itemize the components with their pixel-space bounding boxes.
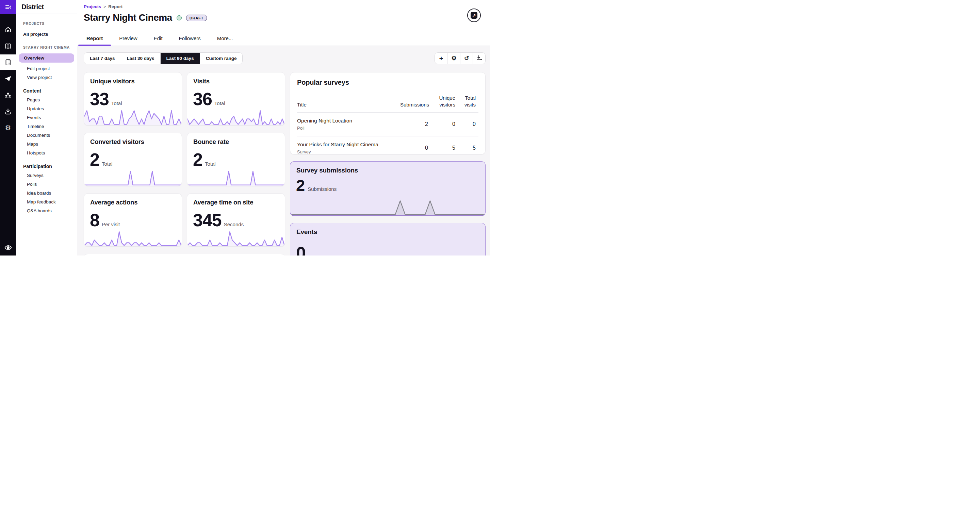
report-content: Last 7 days Last 30 days Last 90 days Cu… <box>77 46 490 256</box>
sidebar-item-idea-boards[interactable]: Idea boards <box>16 188 77 197</box>
table-row[interactable]: Opening Night Location Poll 2 0 0 <box>297 113 479 137</box>
sidebar-item-overview[interactable]: Overview <box>19 53 74 63</box>
card-title: Visits <box>193 78 279 85</box>
download-tray-icon <box>4 108 12 115</box>
download-report-button[interactable] <box>473 53 485 64</box>
report-settings-button[interactable]: ⚙ <box>447 53 460 64</box>
tab-report[interactable]: Report <box>78 35 111 46</box>
breadcrumb-projects-link[interactable]: Projects <box>84 4 101 9</box>
rail-item-reports[interactable] <box>0 54 16 70</box>
add-widget-button[interactable]: + <box>435 53 447 64</box>
card-average-actions: Average actions 8 Per visit <box>84 193 182 247</box>
journal-icon <box>5 59 12 66</box>
plus-icon: + <box>439 55 443 62</box>
survey-submissions-unit: Submissions <box>308 186 337 192</box>
range-custom[interactable]: Custom range <box>200 53 243 64</box>
gear-icon: ⚙ <box>451 56 456 61</box>
sidebar-item-polls[interactable]: Polls <box>16 180 77 188</box>
converted-unit: Total <box>102 161 113 167</box>
rail-item-settings[interactable]: ⚙ <box>0 120 16 135</box>
sidebar-item-documents[interactable]: Documents <box>16 131 77 140</box>
table-row[interactable]: Your Picks for Starry Night Cinema Surve… <box>297 137 479 154</box>
projects-section-label: Projects <box>16 21 77 25</box>
card-unique-visitors: Unique visitors 33 Total <box>84 72 182 126</box>
survey-submissions-title: Survey submissions <box>296 167 479 174</box>
col-title: Title <box>297 101 400 108</box>
content-section-header: Content <box>16 86 77 95</box>
refresh-button[interactable]: ↺ <box>460 53 473 64</box>
rail-item-community[interactable] <box>0 87 16 103</box>
survey-unique-value: 5 <box>433 145 459 151</box>
card-average-time: Average time on site 345 Seconds <box>187 193 285 247</box>
sidebar-item-qa-boards[interactable]: Q&A boards <box>16 206 77 215</box>
survey-row-title: Opening Night Location <box>297 118 400 124</box>
card-title: Average actions <box>90 199 176 206</box>
sidebar-item-updates[interactable]: Updates <box>16 104 77 113</box>
logo-row: District <box>16 0 77 14</box>
eye-icon <box>4 244 12 252</box>
visits-sparkline <box>188 109 285 125</box>
rail-item-exports[interactable] <box>0 103 16 119</box>
survey-row-type: Poll <box>297 126 400 131</box>
survey-row-type: Survey <box>297 150 400 154</box>
bounce-sparkline <box>188 170 285 186</box>
range-last-90-days[interactable]: Last 90 days <box>160 53 200 64</box>
col-unique-visitors: Unique visitors <box>433 95 459 108</box>
unique-visitors-unit: Total <box>111 100 122 106</box>
rail-item-library[interactable] <box>0 38 16 54</box>
rail-item-home[interactable] <box>0 22 16 37</box>
card-events: Events 0 Registrations <box>290 223 485 256</box>
sidebar: District Projects All projects Starry Ni… <box>16 0 77 256</box>
page-title: Starry Night Cinema <box>84 12 172 23</box>
sidebar-item-edit-project[interactable]: Edit project <box>16 64 77 73</box>
sidebar-item-pages[interactable]: Pages <box>16 95 77 104</box>
converted-value: 2 <box>90 151 99 169</box>
tab-more[interactable]: More... <box>209 35 241 46</box>
group-icon <box>4 91 12 99</box>
stats-grid: Unique visitors 33 Total Visits 36 Total <box>84 72 285 256</box>
sidebar-item-map-feedback[interactable]: Map feedback <box>16 197 77 206</box>
tab-followers[interactable]: Followers <box>171 35 209 46</box>
sidebar-item-events[interactable]: Events <box>16 113 77 122</box>
card-survey-submissions: Survey submissions 2 Submissions <box>290 161 485 216</box>
converted-sparkline <box>84 170 181 186</box>
rail-item-send[interactable] <box>0 71 16 86</box>
survey-submissions-value: 2 <box>296 177 305 193</box>
events-title: Events <box>296 228 479 236</box>
rail-item-preview-mode[interactable] <box>0 240 16 256</box>
right-column: Popular surveys Title Submissions Unique… <box>290 72 485 256</box>
bounce-value: 2 <box>193 151 202 169</box>
avg-actions-value: 8 <box>90 211 99 229</box>
survey-row-title: Your Picks for Starry Night Cinema <box>297 142 400 148</box>
sidebar-item-hotspots[interactable]: Hotspots <box>16 148 77 157</box>
avg-time-sparkline <box>188 230 285 246</box>
tab-bar: Report Preview Edit Followers More... <box>78 35 241 46</box>
project-section-label: Starry Night Cinema <box>16 45 77 49</box>
status-badge: DRAFT <box>186 14 207 21</box>
card-popular-surveys: Popular surveys Title Submissions Unique… <box>290 72 485 154</box>
events-value: 0 <box>296 244 306 256</box>
range-last-30-days[interactable]: Last 30 days <box>121 53 160 64</box>
sidebar-item-timeline[interactable]: Timeline <box>16 122 77 131</box>
sidebar-item-view-project[interactable]: View project <box>16 73 77 82</box>
bounce-unit: Total <box>205 161 216 167</box>
visits-unit: Total <box>215 100 225 106</box>
tab-preview[interactable]: Preview <box>111 35 145 46</box>
breadcrumb-current: Report <box>108 4 123 9</box>
paper-plane-icon <box>4 75 12 83</box>
open-project-button[interactable]: ↗ <box>467 8 481 22</box>
range-last-7-days[interactable]: Last 7 days <box>84 53 121 64</box>
card-partially-visible <box>84 254 285 256</box>
unique-visitors-value: 33 <box>90 90 109 108</box>
icon-rail: ⚙ <box>0 0 16 256</box>
sidebar-item-surveys[interactable]: Surveys <box>16 171 77 180</box>
survey-total-value: 0 <box>459 121 479 127</box>
report-actions: + ⚙ ↺ <box>434 53 485 64</box>
tab-edit[interactable]: Edit <box>146 35 171 46</box>
collapse-sidebar-button[interactable] <box>0 0 16 14</box>
col-total-visits: Total visits <box>459 95 479 108</box>
sidebar-item-maps[interactable]: Maps <box>16 140 77 148</box>
sidebar-item-all-projects[interactable]: All projects <box>16 30 77 38</box>
events-unit: Registrations <box>309 255 339 256</box>
breadcrumb: Projects > Report <box>84 4 123 9</box>
